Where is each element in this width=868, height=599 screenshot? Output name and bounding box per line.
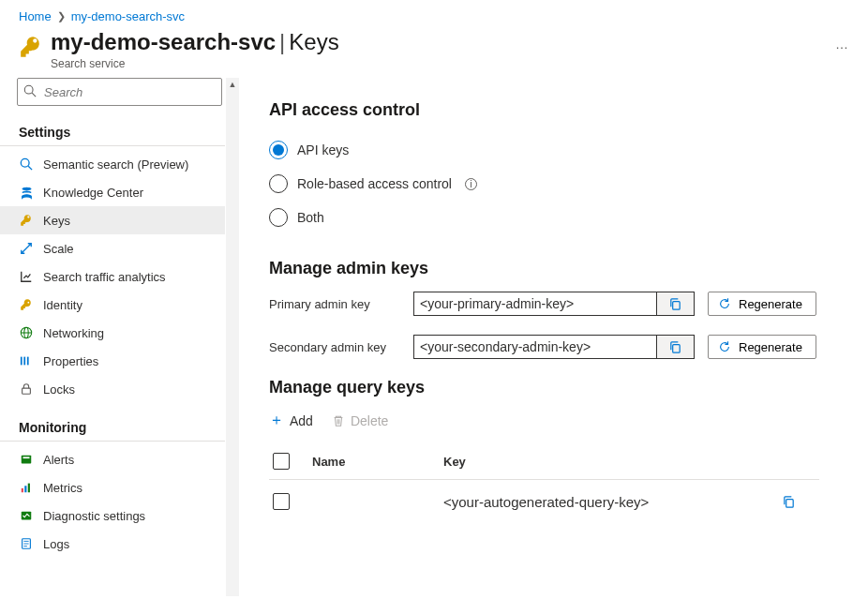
chevron-right-icon: ❯ — [57, 10, 66, 22]
search-icon — [19, 157, 34, 172]
query-keys-heading: Manage query keys — [269, 378, 847, 397]
svg-point-5 — [27, 302, 29, 304]
svg-rect-17 — [28, 484, 30, 493]
sidebar-item-networking[interactable]: Networking — [0, 319, 225, 347]
sidebar-item-label: Logs — [43, 537, 69, 551]
radio-icon — [269, 208, 288, 227]
info-icon[interactable]: i — [465, 178, 477, 190]
regenerate-button[interactable]: Regenerate — [708, 335, 816, 359]
chart-icon — [19, 269, 34, 284]
svg-line-3 — [28, 166, 32, 170]
delete-query-key-button[interactable]: Delete — [332, 413, 388, 428]
api-access-heading: API access control — [269, 100, 847, 120]
copy-button[interactable] — [782, 495, 819, 509]
sidebar-item-label: Scale — [43, 242, 74, 256]
query-keys-table-header: Name Key — [269, 453, 819, 480]
query-key-value: <your-autogenerated-query-key> — [443, 494, 763, 510]
sidebar-item-label: Keys — [43, 214, 70, 228]
plus-icon: ＋ — [269, 411, 284, 430]
search-icon — [23, 84, 37, 97]
sidebar-item-label: Properties — [43, 354, 98, 368]
radio-label: Both — [297, 210, 324, 225]
row-checkbox[interactable] — [273, 493, 290, 510]
lock-icon — [19, 382, 34, 397]
sidebar-item-label: Metrics — [43, 481, 82, 495]
identity-icon — [19, 297, 34, 312]
key-icon — [19, 35, 43, 59]
sidebar-item-properties[interactable]: Properties — [0, 347, 225, 375]
alerts-icon — [19, 452, 34, 467]
more-button[interactable]: … — [835, 37, 849, 52]
radio-option-both[interactable]: Both — [269, 201, 847, 234]
sidebar-item-label: Networking — [43, 326, 104, 340]
sidebar-item-label: Semantic search (Preview) — [43, 157, 188, 172]
admin-key-field: <your-secondary-admin-key> — [413, 335, 695, 359]
sidebar-item-semantic-search-preview-[interactable]: Semantic search (Preview) — [0, 150, 225, 178]
sidebar-item-label: Locks — [43, 382, 75, 397]
sidebar-item-locks[interactable]: Locks — [0, 375, 225, 403]
query-key-row: <your-autogenerated-query-key> — [269, 480, 819, 523]
admin-key-label: Secondary admin key — [269, 340, 400, 354]
sidebar-item-diagnostic-settings[interactable]: Diagnostic settings — [0, 502, 225, 530]
admin-key-field: <your-primary-admin-key> — [413, 292, 695, 316]
column-name: Name — [312, 455, 425, 469]
properties-icon — [19, 353, 34, 368]
sidebar: « SettingsSemantic search (Preview)Knowl… — [0, 78, 239, 596]
sidebar-search-input[interactable] — [17, 78, 222, 106]
radio-option-role-based-access-control[interactable]: Role-based access controli — [269, 167, 847, 201]
admin-key-label: Primary admin key — [269, 297, 400, 311]
sidebar-item-knowledge-center[interactable]: Knowledge Center — [0, 178, 225, 206]
svg-rect-13 — [22, 456, 32, 464]
svg-rect-25 — [786, 499, 794, 506]
breadcrumb-home[interactable]: Home — [19, 9, 52, 23]
sidebar-item-label: Identity — [43, 298, 82, 312]
logs-icon — [19, 536, 34, 551]
sidebar-scrollbar[interactable]: ▲ — [226, 78, 239, 596]
radio-icon — [269, 174, 288, 193]
svg-point-4 — [22, 187, 30, 190]
admin-key-value[interactable]: <your-secondary-admin-key> — [414, 336, 656, 358]
sidebar-item-identity[interactable]: Identity — [0, 291, 225, 319]
sidebar-group-header: Monitoring — [0, 412, 225, 442]
sidebar-item-keys[interactable]: Keys — [0, 206, 225, 234]
radio-icon — [269, 141, 288, 159]
main-content: API access control API keysRole-based ac… — [239, 78, 868, 596]
select-all-checkbox[interactable] — [273, 453, 290, 470]
scroll-up-icon[interactable]: ▲ — [226, 78, 239, 91]
refresh-icon — [718, 297, 731, 310]
radio-label: API keys — [297, 142, 349, 157]
sidebar-item-search-traffic-analytics[interactable]: Search traffic analytics — [0, 262, 225, 291]
radio-option-api-keys[interactable]: API keys — [269, 133, 847, 167]
sidebar-item-logs[interactable]: Logs — [0, 530, 225, 558]
sidebar-group-header: Settings — [0, 117, 225, 146]
sidebar-item-scale[interactable]: Scale — [0, 234, 225, 262]
breadcrumb: Home ❯ my-demo-search-svc — [0, 0, 868, 29]
copy-button[interactable] — [656, 292, 694, 315]
radio-label: Role-based access control — [297, 176, 452, 191]
regenerate-button[interactable]: Regenerate — [708, 292, 816, 316]
admin-key-value[interactable]: <your-primary-admin-key> — [414, 292, 656, 315]
page-header: my-demo-search-svc|Keys Search service … — [0, 29, 868, 78]
column-key: Key — [443, 455, 763, 469]
copy-button[interactable] — [656, 336, 694, 358]
svg-rect-15 — [22, 488, 23, 492]
svg-line-1 — [32, 93, 36, 97]
svg-rect-16 — [24, 486, 26, 492]
svg-point-0 — [24, 85, 33, 94]
admin-key-row: Primary admin key<your-primary-admin-key… — [269, 292, 847, 316]
sidebar-item-label: Knowledge Center — [43, 186, 143, 200]
add-query-key-button[interactable]: ＋ Add — [269, 411, 313, 430]
page-title: my-demo-search-svc|Keys — [51, 29, 818, 55]
sidebar-item-metrics[interactable]: Metrics — [0, 473, 225, 502]
globe-icon — [19, 325, 34, 340]
svg-rect-12 — [22, 388, 31, 394]
sidebar-item-label: Search traffic analytics — [43, 270, 166, 284]
breadcrumb-resource[interactable]: my-demo-search-svc — [71, 9, 185, 23]
sidebar-item-label: Diagnostic settings — [43, 509, 145, 523]
sidebar-item-alerts[interactable]: Alerts — [0, 445, 225, 473]
svg-rect-24 — [673, 344, 681, 352]
key-icon — [19, 213, 34, 228]
page-subtitle: Search service — [51, 57, 818, 70]
admin-keys-heading: Manage admin keys — [269, 259, 847, 278]
refresh-icon — [718, 340, 731, 353]
